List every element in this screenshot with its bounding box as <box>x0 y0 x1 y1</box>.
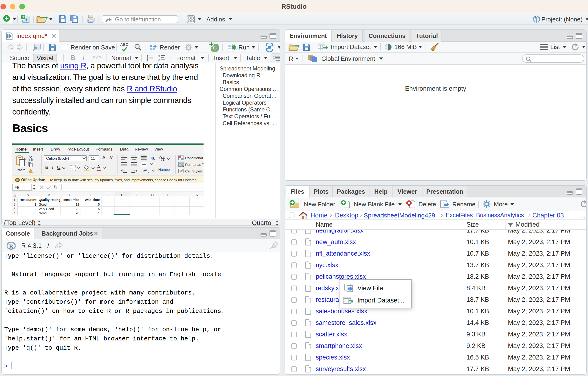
svg-text:R: R <box>535 15 538 19</box>
svg-text:2: 2 <box>158 58 160 62</box>
svg-text:ab: ab <box>150 156 154 160</box>
svg-text:R: R <box>9 243 13 249</box>
svg-text:1: 1 <box>158 54 160 58</box>
svg-text:ab: ab <box>143 168 147 172</box>
